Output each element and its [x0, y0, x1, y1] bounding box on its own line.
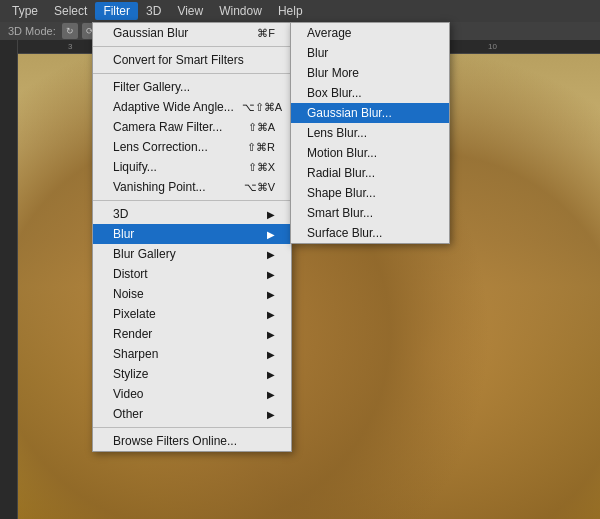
menu-type[interactable]: Type [4, 2, 46, 20]
arrow-other: ▶ [267, 409, 275, 420]
menu-window[interactable]: Window [211, 2, 270, 20]
ruler-tick-8: 8 [368, 42, 372, 51]
menu-bar: Type Select Filter 3D View Window Help [0, 0, 600, 22]
menu-view[interactable]: View [169, 2, 211, 20]
menu-filter[interactable]: Filter [95, 2, 138, 20]
ruler-tick-7: 7 [308, 42, 312, 51]
arrow-noise: ▶ [267, 289, 275, 300]
filter-lens-correction[interactable]: Lens Correction... ⇧⌘R [93, 137, 291, 157]
filter-convert-smart[interactable]: Convert for Smart Filters [93, 50, 291, 70]
filter-stylize[interactable]: Stylize ▶ [93, 364, 291, 384]
filter-gaussian-blur-top[interactable]: Gaussian Blur ⌘F [93, 23, 291, 43]
top-bar: Type Select Filter 3D View Window Help 3… [0, 0, 600, 40]
filter-noise[interactable]: Noise ▶ [93, 284, 291, 304]
rotate-icon[interactable]: ↻ [62, 23, 78, 39]
arrow-video: ▶ [267, 389, 275, 400]
filter-3d[interactable]: 3D ▶ [93, 204, 291, 224]
filter-video[interactable]: Video ▶ [93, 384, 291, 404]
options-bar: 3D Mode: ↻ ⟳ ✥ ⇔ ⤡ [0, 22, 600, 40]
separator-3 [93, 200, 291, 201]
ruler-tick-10: 10 [488, 42, 497, 51]
arrow-stylize: ▶ [267, 369, 275, 380]
filter-blur[interactable]: Blur ▶ [93, 224, 291, 244]
filter-liquify[interactable]: Liquify... ⇧⌘X [93, 157, 291, 177]
menu-select[interactable]: Select [46, 2, 95, 20]
filter-adaptive[interactable]: Adaptive Wide Angle... ⌥⇧⌘A [93, 97, 291, 117]
filter-render[interactable]: Render ▶ [93, 324, 291, 344]
ruler-vertical [0, 40, 18, 519]
arrow-blur: ▶ [267, 229, 275, 240]
filter-gallery[interactable]: Filter Gallery... [93, 77, 291, 97]
3d-mode-label: 3D Mode: [8, 25, 56, 37]
arrow-render: ▶ [267, 329, 275, 340]
filter-sharpen[interactable]: Sharpen ▶ [93, 344, 291, 364]
arrow-blur-gallery: ▶ [267, 249, 275, 260]
menu-help[interactable]: Help [270, 2, 311, 20]
arrow-pixelate: ▶ [267, 309, 275, 320]
ruler-tick-3: 3 [68, 42, 72, 51]
ruler-tick-9: 9 [428, 42, 432, 51]
filter-blur-gallery[interactable]: Blur Gallery ▶ [93, 244, 291, 264]
arrow-distort: ▶ [267, 269, 275, 280]
filter-vanishing-point[interactable]: Vanishing Point... ⌥⌘V [93, 177, 291, 197]
separator-2 [93, 73, 291, 74]
arrow-sharpen: ▶ [267, 349, 275, 360]
filter-dropdown[interactable]: Gaussian Blur ⌘F Convert for Smart Filte… [92, 22, 292, 452]
menu-3d[interactable]: 3D [138, 2, 169, 20]
filter-pixelate[interactable]: Pixelate ▶ [93, 304, 291, 324]
filter-other[interactable]: Other ▶ [93, 404, 291, 424]
arrow-3d: ▶ [267, 209, 275, 220]
filter-browse-online[interactable]: Browse Filters Online... [93, 431, 291, 451]
filter-distort[interactable]: Distort ▶ [93, 264, 291, 284]
filter-camera-raw[interactable]: Camera Raw Filter... ⇧⌘A [93, 117, 291, 137]
separator-1 [93, 46, 291, 47]
separator-4 [93, 427, 291, 428]
